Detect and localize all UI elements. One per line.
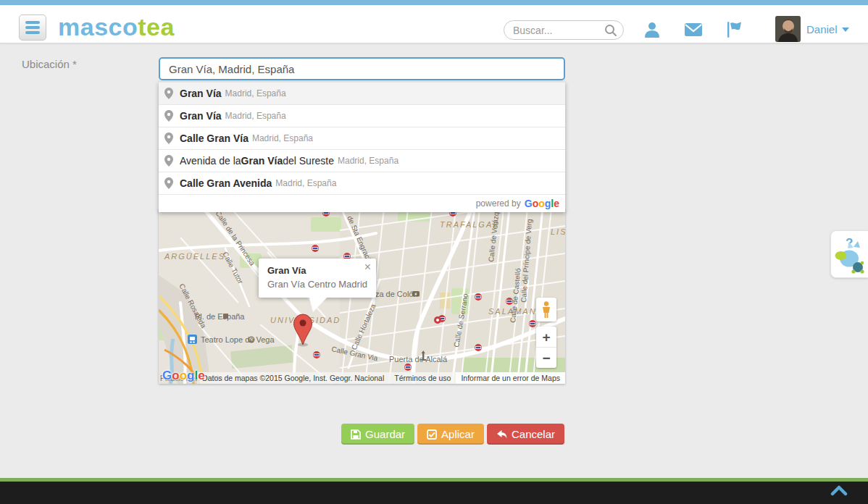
terms-link[interactable]: Términos de uso xyxy=(389,372,456,384)
zoom-controls: + − xyxy=(536,327,556,368)
svg-text:Puerta de Alcalá: Puerta de Alcalá xyxy=(389,355,448,364)
menu-button[interactable] xyxy=(19,14,46,41)
info-window-subtitle: Gran Vía Centro Madrid xyxy=(267,279,367,290)
top-accent-strip xyxy=(0,0,868,5)
suggestion-item[interactable]: Avenida de la Gran Vía del Sureste Madri… xyxy=(159,150,565,172)
suggestion-item[interactable]: Gran Vía Madrid, España xyxy=(159,83,565,105)
place-pin-icon xyxy=(164,177,173,189)
header: mascotea xyxy=(0,5,868,43)
map-data-copyright: Datos de mapas ©2015 Google, Inst. Geogr… xyxy=(197,372,389,384)
search-input[interactable] xyxy=(513,25,604,36)
powered-by-google: powered by Google xyxy=(159,195,565,212)
save-icon xyxy=(351,429,361,440)
location-label: Ubicación * xyxy=(22,58,77,70)
logo[interactable]: mascotea xyxy=(58,13,175,41)
apply-button[interactable]: Aplicar xyxy=(417,424,484,445)
train-station-icon xyxy=(188,335,197,344)
place-pin-icon xyxy=(164,133,173,144)
mascot-ear xyxy=(854,241,860,248)
report-error-link[interactable]: Informar de un error de Maps xyxy=(456,372,565,384)
google-map-logo[interactable]: Google xyxy=(162,369,205,383)
close-icon[interactable]: × xyxy=(364,261,371,273)
map-info-window: × Gran Vía Gran Vía Centro Madrid xyxy=(259,259,376,298)
page: mascotea xyxy=(0,0,868,504)
info-window-tail xyxy=(309,298,327,312)
suggestion-item[interactable]: Calle Gran Avenida Madrid, España xyxy=(159,172,565,195)
zoom-in-button[interactable]: + xyxy=(536,327,556,348)
user-menu[interactable]: Daniel xyxy=(806,23,849,35)
form-actions: Guardar Aplicar Cancelar xyxy=(341,424,564,445)
save-button[interactable]: Guardar xyxy=(341,424,414,445)
messages-icon[interactable] xyxy=(684,21,703,38)
search-icon[interactable] xyxy=(604,24,617,37)
flag-icon[interactable] xyxy=(725,21,744,38)
zoom-out-button[interactable]: − xyxy=(536,348,556,368)
footer xyxy=(0,478,868,504)
suggestion-item[interactable]: Gran Vía Madrid, España xyxy=(159,105,565,127)
user-name: Daniel xyxy=(806,23,838,35)
place-pin-icon xyxy=(164,88,173,99)
cancel-undo-icon xyxy=(496,429,507,440)
svg-text:ARGÜELLES: ARGÜELLES xyxy=(164,252,225,261)
google-logo: Google xyxy=(525,198,559,209)
place-pin-icon xyxy=(164,155,173,167)
svg-text:Teatro Lope de Vega: Teatro Lope de Vega xyxy=(201,335,275,344)
pegman-icon xyxy=(541,301,551,319)
mascot-nose xyxy=(835,251,847,260)
cancel-button[interactable]: Cancelar xyxy=(487,424,564,445)
roundabout-icon xyxy=(434,316,441,324)
avatar[interactable] xyxy=(775,16,801,42)
location-input[interactable] xyxy=(159,57,565,80)
google-map[interactable]: ARGÜELLES TRAFALGAR SALAMANCA LIST UNIVE… xyxy=(159,209,565,384)
apply-check-icon xyxy=(427,429,437,440)
info-window-title: Gran Vía xyxy=(267,265,367,276)
pegman-button[interactable] xyxy=(536,298,556,322)
autocomplete-dropdown: Gran Vía Madrid, España Gran Vía Madrid,… xyxy=(159,82,565,212)
search-box[interactable] xyxy=(504,20,624,40)
scroll-to-top-button[interactable] xyxy=(830,485,848,496)
chevron-down-icon xyxy=(842,28,849,32)
hamburger-icon xyxy=(25,21,40,24)
map-attribution: Datos de mapas ©2015 Google, Inst. Geogr… xyxy=(197,372,565,384)
place-pin-icon xyxy=(164,110,173,122)
suggestion-item[interactable]: Calle Gran Vía Madrid, España xyxy=(159,127,565,150)
svg-text:Pl. de España: Pl. de España xyxy=(195,312,245,321)
user-icon[interactable] xyxy=(643,21,662,38)
help-widget[interactable]: ? xyxy=(830,230,868,278)
svg-text:LIST: LIST xyxy=(551,227,565,236)
